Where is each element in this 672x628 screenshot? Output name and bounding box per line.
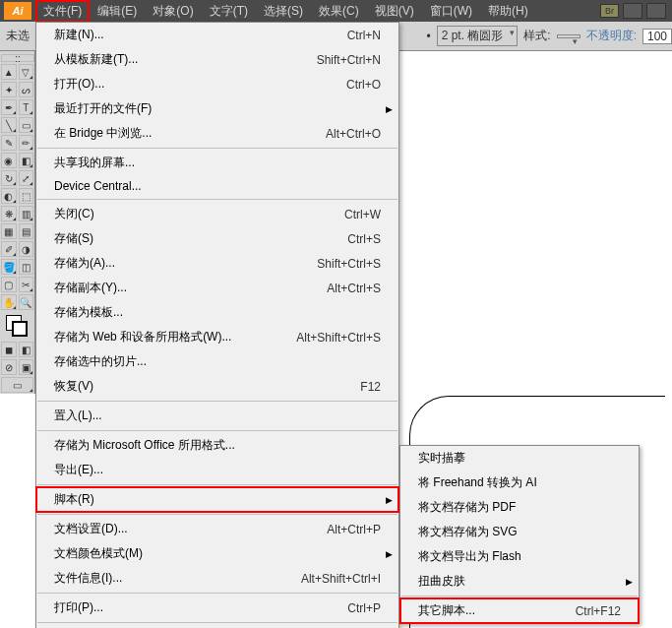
menu-item-label: 将文档存储为 PDF (418, 499, 621, 516)
direct-selection-tool[interactable]: ▽ (19, 64, 34, 80)
menu-item-label: 存储(S) (54, 230, 347, 247)
file-menu-item[interactable]: 存储为(A)...Shift+Ctrl+S (36, 251, 398, 276)
file-menu-item[interactable]: 文档设置(D)...Alt+Ctrl+P (36, 517, 398, 541)
opacity-label[interactable]: 不透明度: (586, 28, 637, 44)
file-menu-item[interactable]: 导出(E)... (36, 458, 398, 482)
file-menu-item[interactable]: 文档颜色模式(M)▶ (36, 541, 398, 566)
stroke-dropdown[interactable]: 2 pt. 椭圆形 (437, 26, 519, 46)
graph-tool[interactable]: ▥ (19, 206, 34, 221)
menu-item-label: 恢复(V) (54, 378, 360, 395)
menu-item-shortcut: Ctrl+S (347, 232, 381, 246)
menu-item-shortcut: F12 (360, 380, 381, 394)
color-swatch[interactable] (6, 315, 28, 337)
fill-color-tool[interactable]: ◼ (1, 342, 17, 357)
eyedropper-tool[interactable]: ✐ (1, 241, 17, 257)
menu-对象(O)[interactable]: 对象(O) (145, 0, 201, 23)
toolbar-grip[interactable]: :: (1, 54, 34, 62)
slice-tool[interactable]: ✂ (19, 277, 34, 292)
style-label: 样式: (523, 28, 550, 44)
file-menu-item[interactable]: Device Central... (36, 175, 398, 197)
script-submenu-item[interactable]: 扭曲皮肤▶ (400, 569, 639, 594)
selection-tool[interactable]: ▲ (1, 64, 17, 80)
pencil-tool[interactable]: ✏ (19, 135, 34, 151)
file-menu-item[interactable]: 恢复(V)F12 (36, 374, 398, 399)
opacity-input[interactable]: 100 (642, 29, 672, 44)
script-submenu-item[interactable]: 实时描摹 (400, 446, 639, 471)
file-menu-item[interactable]: 共享我的屏幕... (36, 151, 398, 175)
pen-tool[interactable]: ✒ (1, 99, 17, 115)
mesh-tool[interactable]: ▦ (1, 223, 17, 239)
script-submenu-item[interactable]: 将 Freehand 转换为 AI (400, 471, 639, 495)
scale-tool[interactable]: ⤢ (19, 170, 34, 186)
menu-item-label: 新建(N)... (54, 27, 347, 43)
menu-item-label: 实时描摹 (418, 450, 621, 467)
blend-tool[interactable]: ◑ (19, 241, 34, 257)
file-menu-item[interactable]: 关闭(C)Ctrl+W (36, 202, 398, 226)
script-submenu-item[interactable]: 将文档存储为 PDF (400, 495, 639, 520)
magic-wand-tool[interactable]: ✦ (1, 82, 17, 97)
hand-tool[interactable]: ✋ (1, 294, 17, 310)
menu-帮助(H)[interactable]: 帮助(H) (480, 0, 536, 23)
gradient-tool[interactable]: ▤ (19, 223, 34, 239)
zoom-tool[interactable]: 🔍 (19, 294, 34, 310)
artboard-tool[interactable]: ▢ (1, 277, 17, 292)
menu-编辑(E)[interactable]: 编辑(E) (90, 0, 145, 23)
fill-none-tool[interactable]: ⊘ (1, 359, 17, 375)
lasso-tool[interactable]: ᔕ (19, 82, 34, 97)
submenu-arrow-icon: ▶ (386, 495, 393, 505)
paintbrush-tool[interactable]: ✎ (1, 135, 17, 151)
menu-item-shortcut: Alt+Shift+Ctrl+S (296, 331, 381, 345)
file-menu-item[interactable]: 置入(L)... (36, 404, 398, 428)
file-menu-item[interactable]: 打开(O)...Ctrl+O (36, 72, 398, 96)
bridge-badge[interactable]: Br (600, 4, 619, 18)
file-menu-separator (37, 199, 397, 200)
menu-item-shortcut: Shift+Ctrl+S (317, 257, 381, 271)
file-menu-item[interactable]: 最近打开的文件(F)▶ (36, 96, 398, 121)
file-menu-item[interactable]: 存储为 Microsoft Office 所用格式... (36, 433, 398, 458)
type-tool[interactable]: T (19, 99, 34, 115)
search-icon[interactable] (646, 3, 666, 19)
menu-item-shortcut: Alt+Ctrl+P (327, 523, 381, 536)
blob-brush-tool[interactable]: ◉ (1, 153, 17, 168)
file-menu-item[interactable]: 脚本(R)▶ (36, 487, 398, 512)
menu-item-shortcut: Alt+Ctrl+S (327, 282, 381, 295)
file-menu-item[interactable]: 在 Bridge 中浏览...Alt+Ctrl+O (36, 121, 398, 146)
file-menu-item[interactable]: 打印(P)...Ctrl+P (36, 596, 398, 620)
symbol-sprayer-tool[interactable]: ❋ (1, 206, 17, 221)
selection-status: 未选 (6, 28, 30, 44)
menu-文件(F)[interactable]: 文件(F) (35, 0, 90, 23)
live-paint-bucket-tool[interactable]: 🪣 (1, 259, 17, 275)
file-menu-item[interactable]: 存储选中的切片... (36, 349, 398, 374)
menu-效果(C)[interactable]: 效果(C) (311, 0, 367, 23)
layout-icon[interactable] (623, 3, 642, 19)
file-menu-item[interactable]: 文件信息(I)...Alt+Shift+Ctrl+I (36, 566, 398, 591)
file-menu-item[interactable]: 从模板新建(T)...Shift+Ctrl+N (36, 47, 398, 72)
script-submenu-item[interactable]: 其它脚本...Ctrl+F12 (400, 598, 639, 623)
menu-item-label: 文档设置(D)... (54, 521, 327, 537)
screen-mode-tool[interactable]: ▭ (1, 377, 33, 393)
rectangle-tool[interactable]: ▭ (19, 117, 34, 133)
file-menu-item[interactable]: 存储副本(Y)...Alt+Ctrl+S (36, 276, 398, 300)
file-menu-item[interactable]: 存储(S)Ctrl+S (36, 226, 398, 251)
file-menu-item[interactable]: 存储为 Web 和设备所用格式(W)...Alt+Shift+Ctrl+S (36, 325, 398, 349)
free-transform-tool[interactable]: ⬚ (19, 188, 34, 204)
menu-文字(T)[interactable]: 文字(T) (202, 0, 256, 23)
rotate-tool[interactable]: ↻ (1, 170, 17, 186)
app-logo: Ai (4, 2, 31, 20)
eraser-tool[interactable]: ◧ (19, 153, 34, 168)
menu-选择(S)[interactable]: 选择(S) (256, 0, 311, 23)
style-dropdown[interactable] (557, 34, 580, 38)
drawing-mode-tool[interactable]: ▣ (19, 359, 34, 375)
file-menu-item[interactable]: 存储为模板... (36, 300, 398, 325)
menu-item-shortcut: Alt+Shift+Ctrl+I (301, 572, 381, 586)
menubar: Ai 文件(F)编辑(E)对象(O)文字(T)选择(S)效果(C)视图(V)窗口… (0, 0, 672, 22)
script-submenu-item[interactable]: 将文档存储为 SVG (400, 520, 639, 544)
live-paint-selection-tool[interactable]: ◫ (19, 259, 34, 275)
fill-gradient-tool[interactable]: ◧ (19, 342, 34, 357)
menu-视图(V)[interactable]: 视图(V) (367, 0, 422, 23)
script-submenu-item[interactable]: 将文档导出为 Flash (400, 544, 639, 569)
warp-tool[interactable]: ◐ (1, 188, 17, 204)
menu-窗口(W)[interactable]: 窗口(W) (422, 0, 480, 23)
file-menu-item[interactable]: 新建(N)...Ctrl+N (36, 23, 398, 47)
line-tool[interactable]: ╲ (1, 117, 17, 133)
